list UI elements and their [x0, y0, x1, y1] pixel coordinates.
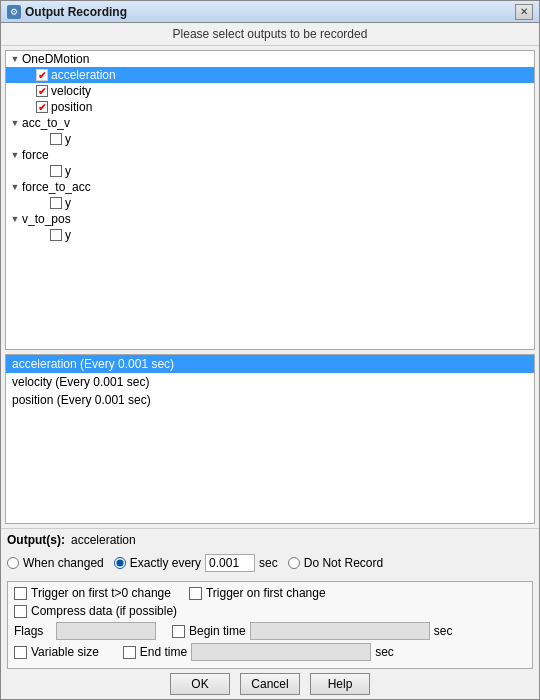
- help-button[interactable]: Help: [310, 673, 370, 695]
- outputs-row: Output(s): acceleration: [7, 533, 533, 547]
- flags-label: Flags: [14, 624, 50, 638]
- output-vel-detail: (Every 0.001 sec): [52, 375, 149, 389]
- varsize-checkbox[interactable]: [14, 646, 27, 659]
- begin-sec-label: sec: [434, 624, 453, 638]
- output-recording-window: ⚙ Output Recording ✕ Please select outpu…: [0, 0, 540, 700]
- output-vel-label: velocity: [12, 375, 52, 389]
- pos-label: position: [51, 100, 92, 114]
- varsize-row: Variable size End time sec: [14, 643, 526, 661]
- window-icon: ⚙: [7, 5, 21, 19]
- tree-item-acceleration[interactable]: ✔ acceleration: [6, 67, 534, 83]
- vel-label: velocity: [51, 84, 91, 98]
- v-to-pos-y-spacer: [36, 228, 50, 242]
- force-y-checkbox[interactable]: [50, 165, 62, 177]
- vel-spacer: [22, 84, 36, 98]
- trigger-first-change-checkbox[interactable]: [189, 587, 202, 600]
- ok-button[interactable]: OK: [170, 673, 230, 695]
- compress-data-group: Compress data (if possible): [14, 604, 177, 618]
- tree-item-velocity[interactable]: ✔ velocity: [6, 83, 534, 99]
- force-label: force: [22, 148, 49, 162]
- tree-root[interactable]: ▼ OneDMotion: [6, 51, 534, 67]
- end-time-label: End time: [140, 645, 187, 659]
- output-list-panel: acceleration (Every 0.001 sec) velocity …: [5, 354, 535, 524]
- root-label: OneDMotion: [22, 52, 89, 66]
- end-time-input[interactable]: [191, 643, 371, 661]
- header-message: Please select outputs to be recorded: [1, 23, 539, 46]
- radio-when-changed-label: When changed: [23, 556, 104, 570]
- output-pos-detail: (Every 0.001 sec): [53, 393, 150, 407]
- compress-checkbox[interactable]: [14, 605, 27, 618]
- outputs-value: acceleration: [71, 533, 136, 547]
- force-to-acc-y-checkbox[interactable]: [50, 197, 62, 209]
- flags-input[interactable]: [56, 622, 156, 640]
- begin-time-group: Begin time sec: [172, 622, 452, 640]
- force-to-acc-label: force_to_acc: [22, 180, 91, 194]
- acc-spacer: [22, 68, 36, 82]
- tree-panel: ▼ OneDMotion ✔ acceleration ✔ velocity ✔…: [5, 50, 535, 350]
- outputs-label: Output(s):: [7, 533, 65, 547]
- end-time-checkbox[interactable]: [123, 646, 136, 659]
- trigger-first-t0-label: Trigger on first t>0 change: [31, 586, 171, 600]
- trigger-first-change-group: Trigger on first change: [189, 586, 326, 600]
- trigger-first-t0-checkbox[interactable]: [14, 587, 27, 600]
- acc-to-v-y-checkbox[interactable]: [50, 133, 62, 145]
- radio-do-not-record[interactable]: [288, 557, 300, 569]
- sec-label: sec: [259, 556, 278, 570]
- tree-item-v-to-pos-y[interactable]: y: [6, 227, 534, 243]
- tree-item-acc-to-v[interactable]: ▼ acc_to_v: [6, 115, 534, 131]
- output-list-item-position[interactable]: position (Every 0.001 sec): [6, 391, 534, 409]
- output-acc-detail: (Every 0.001 sec): [77, 357, 174, 371]
- radio-when-changed-group: When changed: [7, 556, 104, 570]
- exact-every-input[interactable]: [205, 554, 255, 572]
- tree-item-v-to-pos[interactable]: ▼ v_to_pos: [6, 211, 534, 227]
- tree-item-force[interactable]: ▼ force: [6, 147, 534, 163]
- tree-item-force-y[interactable]: y: [6, 163, 534, 179]
- begin-time-label: Begin time: [189, 624, 246, 638]
- buttons-row: OK Cancel Help: [7, 673, 533, 695]
- v-to-pos-label: v_to_pos: [22, 212, 71, 226]
- compress-row: Compress data (if possible): [14, 604, 526, 618]
- radio-exactly-every[interactable]: [114, 557, 126, 569]
- pos-spacer: [22, 100, 36, 114]
- radio-exactly-every-label: Exactly every: [130, 556, 201, 570]
- compress-label: Compress data (if possible): [31, 604, 177, 618]
- close-button[interactable]: ✕: [515, 4, 533, 20]
- varsize-group: Variable size: [14, 645, 99, 659]
- titlebar: ⚙ Output Recording ✕: [1, 1, 539, 23]
- begin-time-checkbox[interactable]: [172, 625, 185, 638]
- trigger-first-change-label: Trigger on first change: [206, 586, 326, 600]
- radio-exactly-group: Exactly every sec: [114, 554, 278, 572]
- acc-checkbox[interactable]: ✔: [36, 69, 48, 81]
- v-to-pos-y-checkbox[interactable]: [50, 229, 62, 241]
- tree-item-position[interactable]: ✔ position: [6, 99, 534, 115]
- acc-to-v-y-spacer: [36, 132, 50, 146]
- acc-to-v-label: acc_to_v: [22, 116, 70, 130]
- root-expander: ▼: [8, 52, 22, 66]
- end-time-group: End time sec: [123, 643, 394, 661]
- end-sec-label: sec: [375, 645, 394, 659]
- radio-when-changed[interactable]: [7, 557, 19, 569]
- output-acc-label: acceleration: [12, 357, 77, 371]
- force-to-acc-y-label: y: [65, 196, 71, 210]
- pos-checkbox[interactable]: ✔: [36, 101, 48, 113]
- begin-time-input[interactable]: [250, 622, 430, 640]
- v-to-pos-expander: ▼: [8, 212, 22, 226]
- tree-item-force-to-acc[interactable]: ▼ force_to_acc: [6, 179, 534, 195]
- force-y-label: y: [65, 164, 71, 178]
- radio-do-not-record-group: Do Not Record: [288, 556, 383, 570]
- cancel-button[interactable]: Cancel: [240, 673, 300, 695]
- v-to-pos-y-label: y: [65, 228, 71, 242]
- vel-checkbox[interactable]: ✔: [36, 85, 48, 97]
- tree-item-acc-to-v-y[interactable]: y: [6, 131, 534, 147]
- flags-row: Flags Begin time sec: [14, 622, 526, 640]
- radio-do-not-record-label: Do Not Record: [304, 556, 383, 570]
- output-list-item-velocity[interactable]: velocity (Every 0.001 sec): [6, 373, 534, 391]
- tree-item-force-to-acc-y[interactable]: y: [6, 195, 534, 211]
- output-pos-label: position: [12, 393, 53, 407]
- force-to-acc-expander: ▼: [8, 180, 22, 194]
- trigger-row: Trigger on first t>0 change Trigger on f…: [14, 586, 526, 600]
- output-list-item-acceleration[interactable]: acceleration (Every 0.001 sec): [6, 355, 534, 373]
- acc-to-v-expander: ▼: [8, 116, 22, 130]
- trigger-first-t0-group: Trigger on first t>0 change: [14, 586, 171, 600]
- window-title: Output Recording: [25, 5, 127, 19]
